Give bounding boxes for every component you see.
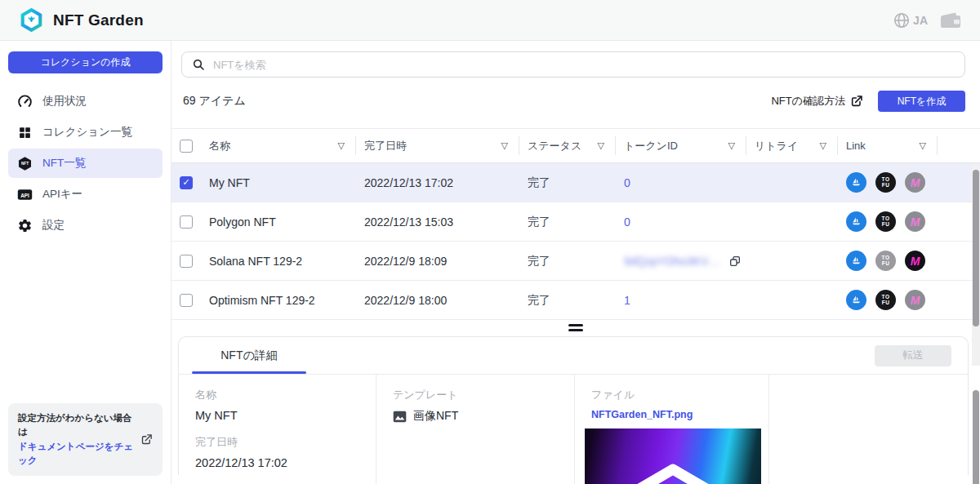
svg-text:API: API [20, 192, 29, 198]
table-row[interactable]: My NFT 2022/12/13 17:02 完了 0 TO [172, 163, 980, 202]
marketplace-links: TOFU M [838, 172, 938, 193]
topbar-actions: JA [893, 11, 962, 30]
status: 完了 [519, 254, 616, 269]
marketplace-links: TOFU M [838, 211, 938, 232]
status: 完了 [519, 293, 616, 308]
create-collection-button[interactable]: コレクションの作成 [8, 51, 163, 73]
tofunft-icon[interactable]: TOFU [875, 251, 896, 271]
sidebar-item-api-key[interactable]: API APIキー [8, 180, 163, 209]
language-switcher[interactable]: JA [893, 11, 928, 29]
table-header: 名称 ▽ 完了日時 ▽ ステータス ▽ トーク [172, 129, 980, 163]
sidebar-item-settings[interactable]: 設定 [8, 211, 163, 240]
external-link-icon [850, 95, 863, 108]
language-label: JA [913, 14, 928, 27]
file-link[interactable]: NFTGarden_NFT.png [591, 409, 757, 420]
docs-link[interactable]: ドキュメントページをチェック [18, 440, 134, 468]
how-to-check-link[interactable]: NFTの確認方法 [771, 94, 863, 109]
nft-name: Solana NFT 129-2 [201, 255, 356, 268]
opensea-icon[interactable] [846, 251, 866, 271]
grid-icon [16, 124, 33, 140]
column-header-retry[interactable]: リトライ ▽ [746, 129, 838, 162]
table-scrollbar-thumb[interactable] [973, 170, 979, 326]
column-header-name[interactable]: 名称 ▽ [201, 129, 356, 162]
sidebar-item-usage[interactable]: 使用状況 [8, 87, 163, 116]
detail-grid: 名称 My NFT 完了日時 2022/12/13 17:02 テンプレート [179, 375, 968, 476]
detail-col-empty [768, 375, 968, 484]
toolbar-row: 69 アイテム NFTの確認方法 NFTを作成 [183, 91, 965, 112]
sidebar-item-label: NFT一覧 [42, 156, 86, 171]
search-input[interactable] [213, 59, 955, 71]
row-checkbox[interactable] [180, 255, 193, 268]
how-to-check-label: NFTの確認方法 [771, 94, 845, 109]
nft-image-preview [585, 428, 761, 484]
help-text: 設定方法がわからない場合は [18, 411, 134, 440]
brand[interactable]: NFT Garden [18, 7, 144, 33]
token-id-link[interactable]: 1 [616, 294, 746, 307]
gauge-icon [16, 93, 33, 109]
table-row[interactable]: Optimism NFT 129-2 2022/12/9 18:00 完了 1 [172, 281, 980, 320]
search-icon [192, 58, 205, 71]
status: 完了 [519, 175, 616, 190]
magic-eden-icon[interactable]: M [905, 172, 925, 193]
app: NFT Garden JA コレクションの作 [0, 0, 980, 484]
magic-eden-icon[interactable]: M [905, 251, 925, 271]
row-checkbox[interactable] [180, 176, 193, 189]
magic-eden-icon[interactable]: M [905, 290, 925, 310]
tofunft-icon[interactable]: TOFU [875, 290, 896, 310]
nft-hexagon-icon: NFT [16, 155, 33, 171]
gear-icon [16, 217, 33, 233]
opensea-icon[interactable] [846, 290, 866, 310]
wallet-icon[interactable] [939, 11, 962, 30]
marketplace-links: TOFU M [838, 251, 938, 271]
copy-icon[interactable] [728, 255, 742, 268]
sidebar-item-nft-list[interactable]: NFT NFT一覧 [8, 149, 163, 178]
svg-text:NFT: NFT [20, 162, 28, 166]
select-all-checkbox[interactable] [180, 140, 193, 153]
opensea-icon[interactable] [846, 211, 866, 232]
row-checkbox[interactable] [180, 215, 193, 229]
sort-icon: ▽ [501, 140, 508, 151]
detail-col-template: テンプレート 画像NFT [376, 375, 574, 484]
completed-label: 完了日時 [195, 435, 364, 450]
nft-table: 名称 ▽ 完了日時 ▽ ステータス ▽ トーク [172, 128, 980, 320]
table-row[interactable]: Solana NFT 129-2 2022/12/9 18:09 完了 9dQz… [172, 242, 980, 281]
globe-icon [893, 11, 911, 29]
help-card[interactable]: 設定方法がわからない場合は ドキュメントページをチェック [8, 403, 163, 476]
token-id-link[interactable]: 0 [616, 215, 746, 229]
sidebar-item-label: 設定 [42, 218, 65, 233]
column-header-token-id[interactable]: トークンID ▽ [616, 129, 746, 162]
detail-scrollbar-thumb[interactable] [973, 390, 979, 484]
sidebar-item-label: コレクション一覧 [42, 125, 132, 140]
sidebar-item-collections[interactable]: コレクション一覧 [8, 118, 163, 147]
tofunft-icon[interactable]: TOFU [875, 172, 896, 193]
detail-col-file: ファイル NFTGarden_NFT.png [574, 375, 768, 484]
sort-icon: ▽ [728, 140, 735, 151]
column-header-link[interactable]: Link ▽ [838, 129, 938, 162]
create-nft-button[interactable]: NFTを作成 [878, 91, 965, 112]
marketplace-links: TOFU M [838, 290, 938, 310]
row-checkbox[interactable] [180, 294, 193, 307]
sort-icon: ▽ [920, 140, 926, 151]
tab-nft-detail[interactable]: NFTの詳細 [192, 337, 306, 374]
name-value: My NFT [195, 409, 364, 422]
api-icon: API [16, 186, 33, 202]
detail-tab-bar: NFTの詳細 転送 [179, 337, 968, 375]
nft-name: My NFT [201, 176, 356, 189]
tofunft-icon[interactable]: TOFU [875, 211, 896, 232]
transfer-button[interactable]: 転送 [875, 345, 951, 366]
nft-name: Optimism NFT 129-2 [201, 294, 356, 307]
magic-eden-icon[interactable]: M [905, 211, 925, 232]
sidebar-nav: 使用状況 コレクション一覧 NFT [8, 87, 163, 240]
token-id-link[interactable]: 0 [616, 176, 746, 189]
nft-search[interactable] [181, 51, 965, 78]
sidebar-item-label: 使用状況 [42, 94, 87, 109]
sort-icon: ▽ [820, 140, 826, 151]
name-label: 名称 [195, 388, 364, 402]
column-header-completed-at[interactable]: 完了日時 ▽ [356, 129, 519, 162]
table-row[interactable]: Polygon NFT 2022/12/13 15:03 完了 0 [172, 202, 980, 242]
column-header-status[interactable]: ステータス ▽ [519, 129, 616, 162]
token-id-link[interactable]: 9dQzpYOho3KV… [624, 255, 720, 268]
panel-resize-handle[interactable] [568, 324, 583, 331]
opensea-icon[interactable] [846, 172, 866, 193]
template-label: テンプレート [393, 388, 563, 402]
